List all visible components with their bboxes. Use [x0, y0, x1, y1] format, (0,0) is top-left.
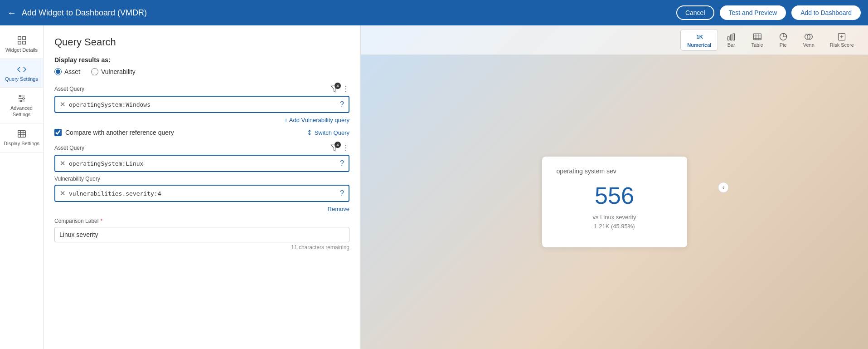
add-vulnerability-link[interactable]: + Add Vulnerability query — [54, 117, 349, 123]
reference-filter-count: 4 — [335, 142, 341, 148]
tab-table-label: Table — [751, 42, 763, 48]
chars-remaining: 11 characters remaining — [54, 244, 349, 251]
vuln-query-block: Vulnerability Query ✕ ? — [54, 176, 349, 202]
sliders-icon — [17, 93, 27, 103]
vuln-query-clear[interactable]: ✕ — [60, 190, 65, 197]
primary-query-clear[interactable]: ✕ — [60, 101, 65, 108]
grid-icon — [17, 35, 27, 45]
display-icon — [17, 129, 27, 139]
reference-query-label: Asset Query — [54, 145, 84, 151]
tab-numerical[interactable]: 1K Numerical — [680, 29, 718, 51]
test-preview-button[interactable]: Test and Preview — [720, 5, 786, 20]
pie-icon — [779, 32, 788, 41]
sidebar-item-widget-details[interactable]: Widget Details — [0, 30, 43, 59]
sidebar-item-query-settings[interactable]: Query Settings — [0, 59, 43, 88]
svg-text:1K: 1K — [696, 34, 703, 39]
query-panel-title: Query Search — [54, 36, 349, 48]
reference-query-input[interactable] — [69, 160, 336, 167]
radio-group: Asset Vulnerability — [54, 68, 349, 75]
tab-venn[interactable]: Venn — [796, 29, 821, 51]
chart-tabs: 1K Numerical Bar Table — [361, 25, 868, 55]
sidebar-item-advanced-settings-label: Advanced Settings — [4, 105, 39, 117]
switch-query-button[interactable]: Switch Query — [306, 129, 349, 136]
primary-query-input[interactable] — [69, 101, 336, 108]
primary-query-help[interactable]: ? — [340, 100, 344, 108]
sidebar-item-display-settings-label: Display Settings — [4, 141, 39, 147]
sidebar-item-advanced-settings[interactable]: Advanced Settings — [0, 88, 43, 123]
primary-filter-badge[interactable]: 4 — [330, 85, 339, 93]
svg-rect-20 — [731, 35, 732, 40]
reference-filter-badge[interactable]: 4 — [330, 144, 339, 152]
tab-bar-label: Bar — [727, 42, 735, 48]
table-icon — [753, 32, 762, 41]
primary-query-actions: 4 ⋮ — [330, 84, 349, 93]
radio-asset-input[interactable] — [54, 68, 62, 75]
reference-query-block: Asset Query 4 ⋮ ✕ ? — [54, 143, 349, 172]
sidebar-item-query-settings-label: Query Settings — [5, 76, 38, 82]
reference-query-help[interactable]: ? — [340, 159, 344, 167]
main-layout: Widget Details Query Settings Advanced S… — [0, 25, 868, 349]
reference-query-input-row: ✕ ? — [54, 155, 349, 172]
reference-query-clear[interactable]: ✕ — [60, 160, 65, 167]
tab-table[interactable]: Table — [744, 29, 770, 51]
remove-link[interactable]: Remove — [54, 206, 349, 212]
radio-asset[interactable]: Asset — [54, 68, 80, 75]
comparison-label-text: Comparison Label — [54, 218, 98, 224]
widget-card-title: operating system sev — [557, 167, 673, 175]
sidebar-item-display-settings[interactable]: Display Settings — [0, 123, 43, 152]
query-panel: Query Search Display results as: Asset V… — [44, 25, 361, 349]
radio-vulnerability[interactable]: Vulnerability — [91, 68, 136, 75]
primary-query-label: Asset Query — [54, 86, 84, 92]
preview-content: operating system sev 556 vs Linux severi… — [361, 55, 868, 349]
radio-vulnerability-label: Vulnerability — [101, 68, 136, 75]
add-dashboard-button[interactable]: Add to Dashboard — [791, 5, 861, 20]
sidebar: Widget Details Query Settings Advanced S… — [0, 25, 44, 349]
svg-point-9 — [20, 100, 22, 102]
primary-query-header: Asset Query 4 ⋮ — [54, 84, 349, 93]
widget-subtitle-line2: 1.21K (45.95%) — [594, 223, 635, 230]
primary-query-more[interactable]: ⋮ — [342, 84, 349, 93]
display-as-label: Display results as: — [54, 56, 349, 64]
tab-pie[interactable]: Pie — [772, 29, 795, 51]
vuln-query-help[interactable]: ? — [340, 189, 344, 197]
code-icon — [17, 64, 27, 74]
reference-query-header: Asset Query 4 ⋮ — [54, 143, 349, 152]
svg-point-8 — [22, 98, 24, 100]
bar-icon — [727, 32, 736, 41]
compare-row: Compare with another reference query Swi… — [54, 129, 349, 136]
reference-query-more[interactable]: ⋮ — [342, 143, 349, 152]
tab-bar[interactable]: Bar — [720, 29, 742, 51]
svg-rect-2 — [18, 41, 20, 44]
cancel-button[interactable]: Cancel — [676, 5, 714, 20]
reference-query-actions: 4 ⋮ — [330, 143, 349, 152]
collapse-button[interactable]: ‹ — [718, 182, 729, 193]
vuln-query-label: Vulnerability Query — [54, 176, 349, 182]
compare-left: Compare with another reference query — [54, 129, 174, 136]
required-star: * — [100, 218, 102, 224]
primary-filter-count: 4 — [335, 83, 341, 89]
widget-card: operating system sev 556 vs Linux severi… — [542, 157, 687, 247]
primary-query-block: Asset Query 4 ⋮ ✕ ? — [54, 84, 349, 113]
svg-rect-22 — [753, 34, 761, 39]
tab-risk-score[interactable]: Risk Score — [823, 29, 861, 51]
risk-score-icon — [837, 32, 846, 41]
widget-card-subtitle: vs Linux severity 1.21K (45.95%) — [557, 213, 673, 231]
svg-rect-19 — [728, 37, 729, 40]
svg-rect-0 — [18, 37, 20, 39]
preview-panel: 1K Numerical Bar Table — [361, 25, 868, 349]
widget-card-number: 556 — [557, 182, 673, 209]
primary-query-input-row: ✕ ? — [54, 96, 349, 113]
comparison-label-header: Comparison Label * — [54, 218, 349, 224]
svg-rect-3 — [22, 41, 25, 44]
tab-pie-label: Pie — [780, 42, 787, 48]
comparison-label-input[interactable] — [54, 227, 349, 242]
venn-icon — [804, 32, 813, 41]
radio-vulnerability-input[interactable] — [91, 68, 98, 75]
svg-rect-21 — [733, 34, 735, 40]
back-button[interactable]: ← — [7, 8, 16, 18]
vuln-query-input[interactable] — [69, 190, 336, 197]
compare-checkbox[interactable] — [54, 129, 62, 136]
svg-rect-1 — [22, 37, 25, 39]
app-header: ← Add Widget to Dashboard (VMDR) Cancel … — [0, 0, 868, 25]
numerical-icon: 1K — [695, 32, 704, 41]
